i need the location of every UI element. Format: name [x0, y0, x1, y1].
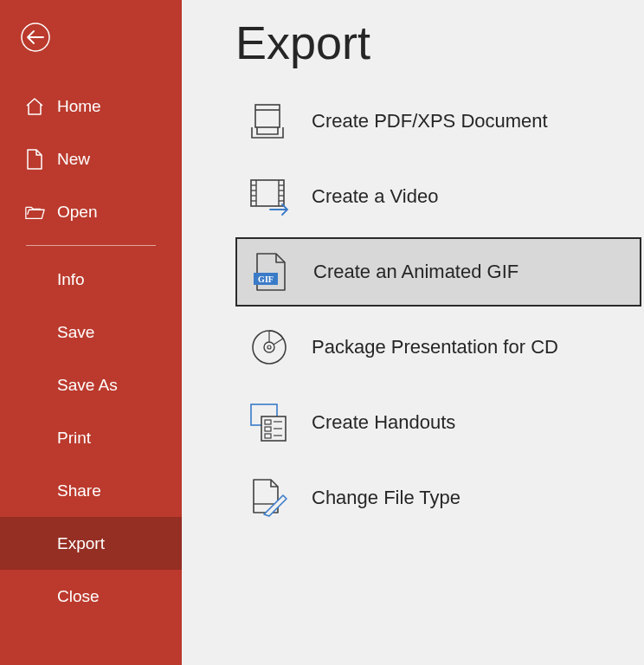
- sidebar-item-info[interactable]: Info: [0, 253, 182, 306]
- sidebar-item-label: Info: [57, 270, 85, 289]
- sidebar-item-save[interactable]: Save: [0, 306, 182, 358]
- sidebar-divider: [26, 245, 156, 246]
- sidebar-item-label: Close: [57, 587, 100, 606]
- svg-text:GIF: GIF: [258, 274, 274, 284]
- sidebar-item-label: Save As: [57, 376, 118, 395]
- option-label: Create an Animated GIF: [313, 261, 518, 283]
- sidebar-item-print[interactable]: Print: [0, 411, 182, 464]
- sidebar-item-new[interactable]: New: [0, 132, 182, 185]
- option-label: Create Handouts: [312, 411, 455, 434]
- main-panel: Export Create PDF/XPS Document: [182, 0, 644, 665]
- sidebar-item-label: Save: [57, 323, 94, 342]
- sidebar-item-save-as[interactable]: Save As: [0, 358, 182, 411]
- svg-rect-1: [255, 105, 280, 127]
- sidebar-item-label: Share: [57, 481, 101, 500]
- option-create-video[interactable]: Create a Video: [235, 162, 641, 231]
- gif-file-icon: GIF: [251, 252, 291, 292]
- backstage-sidebar: Home New Open Info Save Save As Print Sh…: [0, 0, 182, 665]
- change-file-type-icon: [249, 478, 289, 518]
- sidebar-item-label: New: [57, 150, 90, 169]
- option-package-for-cd[interactable]: Package Presentation for CD: [235, 313, 641, 382]
- sidebar-item-export[interactable]: Export: [0, 517, 182, 570]
- option-label: Create a Video: [312, 185, 438, 208]
- sidebar-item-open[interactable]: Open: [0, 185, 182, 238]
- sidebar-item-label: Export: [57, 534, 105, 553]
- option-label: Change File Type: [312, 487, 460, 509]
- cd-icon: [249, 327, 289, 367]
- svg-point-18: [267, 345, 271, 349]
- new-file-icon: [24, 149, 45, 170]
- option-create-handouts[interactable]: Create Handouts: [235, 388, 641, 457]
- option-create-pdf-xps[interactable]: Create PDF/XPS Document: [235, 87, 641, 156]
- handouts-icon: [249, 403, 289, 442]
- svg-point-17: [264, 342, 274, 352]
- option-label: Create PDF/XPS Document: [312, 110, 548, 132]
- svg-line-20: [274, 339, 283, 345]
- sidebar-item-close[interactable]: Close: [0, 570, 182, 623]
- video-icon: [249, 177, 289, 216]
- sidebar-item-share[interactable]: Share: [0, 464, 182, 517]
- sidebar-item-label: Home: [57, 97, 101, 116]
- sidebar-item-label: Open: [57, 203, 97, 222]
- export-options-list: Create PDF/XPS Document: [182, 87, 644, 533]
- option-change-file-type[interactable]: Change File Type: [235, 463, 641, 533]
- page-title: Export: [182, 16, 644, 69]
- back-button[interactable]: [21, 23, 50, 52]
- option-label: Package Presentation for CD: [312, 336, 558, 358]
- home-icon: [24, 96, 45, 117]
- sidebar-item-label: Print: [57, 429, 91, 448]
- sidebar-item-home[interactable]: Home: [0, 80, 182, 132]
- open-folder-icon: [24, 202, 45, 223]
- back-arrow-icon: [21, 23, 50, 52]
- pdf-xps-icon: [249, 101, 289, 141]
- option-create-animated-gif[interactable]: GIF Create an Animated GIF: [235, 237, 641, 307]
